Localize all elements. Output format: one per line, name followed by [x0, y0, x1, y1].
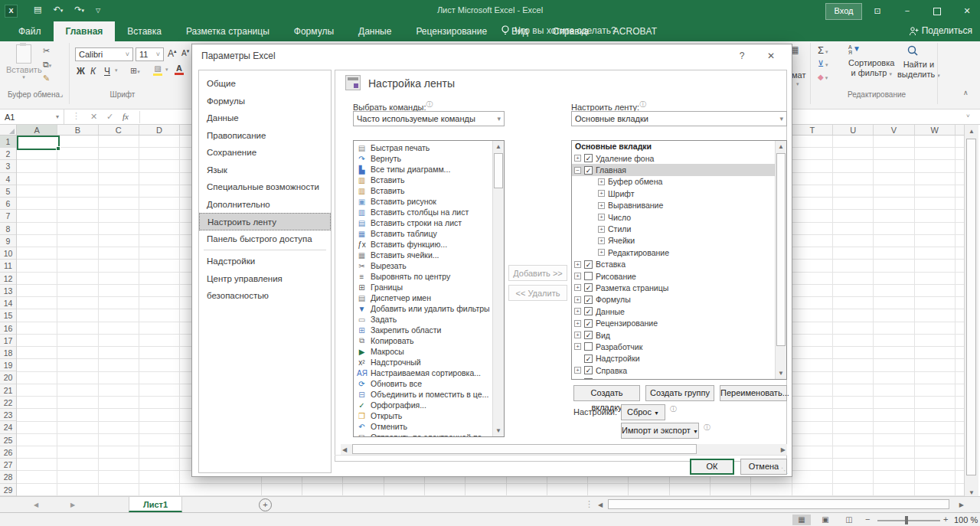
- row-header-1[interactable]: 1: [0, 136, 16, 148]
- command-item[interactable]: ↶Отменить▶: [354, 421, 504, 432]
- next-sheet-icon[interactable]: ▶: [70, 501, 75, 508]
- checkbox[interactable]: ✓: [584, 331, 593, 339]
- add-button[interactable]: Добавить >>: [508, 265, 567, 281]
- column-header-A[interactable]: A: [17, 125, 57, 135]
- ok-button[interactable]: ОК: [690, 459, 734, 475]
- font-name-combo[interactable]: Calibri˅: [75, 47, 133, 61]
- checkbox[interactable]: ✓: [584, 296, 593, 304]
- scroll-left-icon[interactable]: ◀: [598, 501, 603, 508]
- row-header-22[interactable]: 22: [0, 397, 16, 409]
- borders-icon[interactable]: ⊞▾: [130, 66, 140, 76]
- expand-icon[interactable]: +: [574, 155, 581, 162]
- command-item[interactable]: ⊞Закрепить области▶: [354, 325, 504, 335]
- tree-item[interactable]: +Рисование: [572, 270, 786, 282]
- column-header-D[interactable]: D: [139, 125, 180, 135]
- row-header-27[interactable]: 27: [0, 459, 16, 471]
- ribbon-tab-Разметка страницы[interactable]: Разметка страницы: [174, 21, 282, 41]
- new-sheet-icon[interactable]: +: [259, 498, 272, 511]
- sidebar-item[interactable]: Данные: [199, 109, 331, 127]
- expand-icon[interactable]: +: [574, 296, 581, 303]
- chevron-down-icon[interactable]: ▾: [165, 67, 168, 73]
- row-header-7[interactable]: 7: [0, 210, 16, 222]
- command-item[interactable]: ▦Вставить ячейки...: [354, 250, 504, 260]
- command-item[interactable]: ⊟Объединить и поместить в це...: [354, 389, 504, 400]
- column-header-C[interactable]: C: [99, 125, 139, 135]
- expand-icon[interactable]: +: [574, 332, 581, 338]
- rename-button[interactable]: Переименовать...: [720, 385, 787, 401]
- sidebar-item[interactable]: Дополнительно: [199, 196, 331, 214]
- row-header-4[interactable]: 4: [0, 173, 16, 185]
- column-header-U[interactable]: U: [833, 125, 874, 135]
- expand-icon[interactable]: +: [574, 367, 581, 374]
- collapse-icon[interactable]: −: [574, 167, 581, 174]
- command-item[interactable]: ↷Вернуть▶: [354, 153, 504, 164]
- sidebar-item[interactable]: Специальные возможности: [199, 178, 331, 196]
- underline-button[interactable]: Ч: [104, 66, 110, 77]
- row-header-26[interactable]: 26: [0, 446, 16, 459]
- tree-item[interactable]: +✓Вид: [572, 329, 786, 341]
- expand-icon[interactable]: +: [574, 261, 581, 268]
- command-item[interactable]: ▥Вставить столбцы на лист: [354, 207, 504, 217]
- vertical-scrollbar[interactable]: ▲ ▼: [964, 125, 978, 499]
- row-header-24[interactable]: 24: [0, 421, 16, 433]
- font-size-combo[interactable]: 11˅: [136, 47, 164, 61]
- selected-cell-A1[interactable]: [17, 136, 60, 150]
- zoom-in-icon[interactable]: +: [943, 515, 948, 524]
- expand-icon[interactable]: +: [598, 202, 605, 209]
- row-header-6[interactable]: 6: [0, 198, 16, 210]
- chevron-down-icon[interactable]: ▾: [115, 67, 118, 74]
- checkbox[interactable]: [584, 272, 593, 280]
- sidebar-item[interactable]: Сохранение: [199, 144, 331, 162]
- expand-icon[interactable]: +: [598, 237, 605, 244]
- format-button-partial[interactable]: мат: [792, 70, 805, 80]
- checkbox[interactable]: ✓: [584, 154, 593, 162]
- tree-item[interactable]: +✓Данные: [572, 305, 786, 317]
- expand-icon[interactable]: +: [574, 343, 581, 350]
- command-item[interactable]: ❐Открыть: [354, 410, 504, 421]
- clipboard-dialog-launcher-icon[interactable]: ⌟: [60, 90, 63, 98]
- grow-font-icon[interactable]: А▴: [168, 48, 177, 59]
- vertical-scroll-thumb[interactable]: [966, 139, 976, 475]
- namebox-splitter[interactable]: ⋮: [72, 111, 80, 121]
- checkbox[interactable]: [584, 378, 593, 380]
- command-item[interactable]: ▦Вставить таблицу: [354, 228, 504, 239]
- tree-item[interactable]: +Шрифт: [572, 188, 786, 199]
- clear-icon[interactable]: ◆ ▾: [818, 73, 828, 81]
- expand-icon[interactable]: +: [598, 249, 605, 256]
- ribbon-tab-Данные[interactable]: Данные: [346, 21, 403, 41]
- scroll-down-icon[interactable]: ▼: [776, 370, 786, 377]
- row-header-19[interactable]: 19: [0, 359, 16, 371]
- page-layout-view-icon[interactable]: ▣: [816, 515, 835, 525]
- command-item[interactable]: ▼Добавить или удалить фильтры: [354, 303, 504, 314]
- new-group-button[interactable]: Создать группу: [645, 385, 714, 401]
- name-box[interactable]: A1 ▾: [0, 109, 64, 124]
- row-header-25[interactable]: 25: [0, 434, 16, 446]
- font-color-icon[interactable]: А: [175, 64, 184, 75]
- row-header-21[interactable]: 21: [0, 384, 16, 397]
- zoom-slider[interactable]: [877, 520, 940, 521]
- ribbon-tab-Главная[interactable]: Главная: [54, 21, 116, 41]
- tree-item[interactable]: +Число: [572, 211, 786, 223]
- choose-commands-dropdown[interactable]: Часто используемые команды ▾: [353, 111, 505, 126]
- new-tab-button[interactable]: Создать вкладку: [573, 385, 640, 401]
- cut-icon[interactable]: ✂: [43, 46, 50, 56]
- expand-icon[interactable]: +: [574, 308, 581, 315]
- fill-color-icon[interactable]: ▨: [153, 65, 162, 76]
- command-item[interactable]: ✂Вырезать: [354, 260, 504, 271]
- fill-icon[interactable]: ⊻ ▾: [818, 59, 828, 69]
- zoom-level[interactable]: 100 %: [954, 515, 978, 524]
- scroll-thumb[interactable]: [494, 153, 503, 188]
- help-icon[interactable]: ?: [733, 49, 751, 63]
- ribbon-tab-Рецензирование[interactable]: Рецензирование: [403, 21, 499, 41]
- scroll-up-icon[interactable]: ▲: [965, 128, 978, 135]
- command-item[interactable]: ⊞Границы▶: [354, 282, 504, 292]
- commands-scrollbar[interactable]: ▲ ▼: [492, 141, 504, 436]
- tree-item[interactable]: +✓Удаление фона: [572, 152, 786, 164]
- find-select-button[interactable]: Найти и выделить ▾: [897, 44, 940, 80]
- command-item[interactable]: ƒxВставить функцию...: [354, 239, 504, 250]
- sign-in-button[interactable]: Вход: [825, 3, 862, 20]
- enter-entry-icon[interactable]: ✓: [106, 112, 113, 122]
- command-item[interactable]: ▥Вставить▶: [354, 185, 504, 196]
- format-painter-icon[interactable]: ✎: [43, 74, 50, 83]
- close-button[interactable]: ✕: [957, 4, 977, 18]
